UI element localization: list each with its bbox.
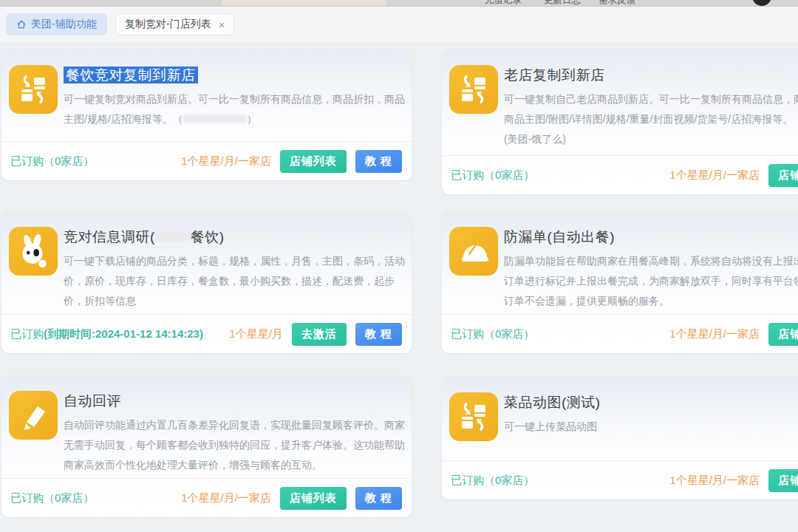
toolbar-highlight-chip — [222, 0, 386, 6]
card-title: 防漏单(自动出餐) — [504, 228, 798, 247]
price-label: 1个星星/月/一家店 — [669, 474, 760, 488]
price-label: 1个星星/月/一家店 — [181, 491, 271, 505]
card-title: 自动回评 — [64, 392, 402, 411]
card-description-line: 价，原价，现库存，日库存，餐盒数，最小购买数，描述，配送费，起步 — [64, 271, 402, 291]
tab-home[interactable]: 美团-辅助功能 — [6, 13, 107, 35]
redacted-blur — [183, 115, 247, 123]
card-description-line: 防漏单功能旨在帮助商家在用餐高峰期，系统将自动将没有上报出餐 — [504, 251, 798, 271]
tab-bar: 美团-辅助功能 复制竞对-门店列表 × — [0, 7, 798, 42]
store-list-button[interactable]: 店铺列表 — [280, 150, 347, 173]
store-list-button[interactable]: 店铺列表 — [280, 487, 347, 510]
card-dish-animation-test: 菜品动图(测试) 可一键上传菜品动图 已订购（0家店） 1个星星/月/一家店 店… — [442, 377, 798, 499]
card-description-line: 订单进行标记并上报出餐完成，为商家解放双手，同时享有平台特权 — [504, 271, 798, 291]
subscription-status: 已订购(到期时间:2024-01-12 14:14:23) — [10, 327, 203, 341]
card-description-line: 商家高效而个性化地处理大量评价，增强与顾客的互动。 — [64, 455, 402, 475]
tutorial-button[interactable]: 教 程 — [355, 323, 402, 346]
price-label: 1个星星/月 — [229, 327, 283, 341]
subscription-status: 已订购（0家店） — [10, 491, 94, 505]
top-menu-feedback[interactable]: 需求反馈 — [598, 0, 635, 7]
price-label: 1个星星/月/一家店 — [669, 327, 760, 341]
card-description-line: 主图/规格/店招海报等。（） — [64, 109, 402, 129]
copy-sync-icon — [449, 392, 498, 441]
subscription-status: 已订购（0家店） — [10, 154, 94, 168]
card-description-line: 商品主图/附图/详情图/规格/重量/封面视频/货架号/店招海报等。 — [504, 109, 798, 129]
store-list-button[interactable]: 店铺列表 — [768, 469, 798, 492]
card-description-line: (美团-饿了么) — [504, 129, 798, 149]
tab-active-label: 复制竞对-门店列表 — [125, 18, 211, 31]
card-auto-reply-reviews: 自动回评 自动回评功能通过内置几百条差异化回复语，实现批量回复顾客评价。商家 无… — [1, 375, 412, 517]
copy-sync-icon — [449, 65, 498, 114]
tutorial-button[interactable]: 教 程 — [355, 150, 402, 173]
price-label: 1个星星/月/一家店 — [181, 154, 271, 168]
card-title: 竞对信息调研(餐饮) — [64, 228, 402, 247]
subscription-status: 已订购（0家店） — [451, 474, 534, 488]
card-column-left: 餐饮竞对复制到新店 可一键复制竞对商品到新店。可一比一复制所有商品信息，商品折扣… — [1, 50, 412, 517]
expiry-time: (到期时间:2024-01-12 14:14:23) — [44, 327, 203, 340]
card-title: 老店复制到新店 — [504, 66, 798, 85]
top-menu-recharge[interactable]: 充值记录 — [485, 0, 522, 7]
card-description-line: 可一键上传菜品动图 — [504, 417, 601, 437]
avatar[interactable] — [752, 0, 771, 6]
subscription-status: 已订购（0家店） — [451, 168, 534, 183]
rabbit-icon — [9, 227, 58, 276]
subscription-status: 已订购（0家店） — [451, 327, 534, 341]
window-toolbar-sliver: 充值记录 更新日志 需求反馈 — [0, 0, 798, 7]
card-description-line: 订单不会遗漏，提供更顺畅的服务。 — [504, 291, 798, 311]
close-icon[interactable]: × — [219, 19, 225, 30]
redacted-blur — [155, 232, 191, 242]
card-description-line: 可一键复制自己老店商品到新店。可一比一复制所有商品信息，商品 — [504, 89, 798, 109]
card-anti-missed-order: 防漏单(自动出餐) 防漏单功能旨在帮助商家在用餐高峰期，系统将自动将没有上报出餐… — [442, 211, 798, 353]
top-menu-changelog[interactable]: 更新日志 — [544, 0, 581, 7]
card-title: 菜品动图(测试) — [504, 393, 601, 412]
card-title: 餐饮竞对复制到新店 — [64, 66, 402, 85]
tab-copy-competitor-stores[interactable]: 复制竞对-门店列表 × — [115, 13, 234, 35]
home-icon — [16, 19, 27, 30]
card-description-line: 自动回评功能通过内置几百条差异化回复语，实现批量回复顾客评价。商家 — [64, 415, 402, 435]
price-label: 1个星星/月/一家店 — [669, 168, 760, 183]
pencil-icon — [9, 391, 58, 440]
copy-sync-icon — [9, 65, 58, 114]
activate-button[interactable]: 去激活 — [292, 323, 347, 346]
card-competitor-info-research: 竞对信息调研(餐饮) 可一键下载店铺的商品分类，标题，规格，属性，月售，主图，条… — [1, 211, 412, 353]
tutorial-button[interactable]: 教 程 — [355, 487, 402, 510]
store-list-button[interactable]: 店铺列表 — [768, 164, 798, 187]
card-copy-old-store-to-new: 老店复制到新店 可一键复制自己老店商品到新店。可一比一复制所有商品信息，商品 商… — [442, 50, 798, 194]
card-description-line: 价，折扣等信息 — [64, 291, 402, 311]
card-copy-competitor-to-new-store: 餐饮竞对复制到新店 可一键复制竞对商品到新店。可一比一复制所有商品信息，商品折扣… — [1, 50, 412, 180]
selected-title-text: 餐饮竞对复制到新店 — [64, 66, 198, 83]
store-list-button[interactable]: 店铺列表 — [768, 323, 798, 346]
tab-home-label: 美团-辅助功能 — [31, 18, 97, 31]
card-description-line: 无需手动回复，每个顾客都会收到独特的回应，提升客户体验。这功能帮助 — [64, 435, 402, 455]
card-column-right: 老店复制到新店 可一键复制自己老店商品到新店。可一比一复制所有商品信息，商品 商… — [442, 50, 798, 499]
card-description-line: 可一键复制竞对商品到新店。可一比一复制所有商品信息，商品折扣，商品 — [64, 89, 402, 109]
card-description-line: 可一键下载店铺的商品分类，标题，规格，属性，月售，主图，条码，活动 — [64, 251, 402, 271]
food-cover-icon — [449, 227, 498, 276]
feature-card-grid: 餐饮竞对复制到新店 可一键复制竞对商品到新店。可一比一复制所有商品信息，商品折扣… — [0, 41, 798, 532]
